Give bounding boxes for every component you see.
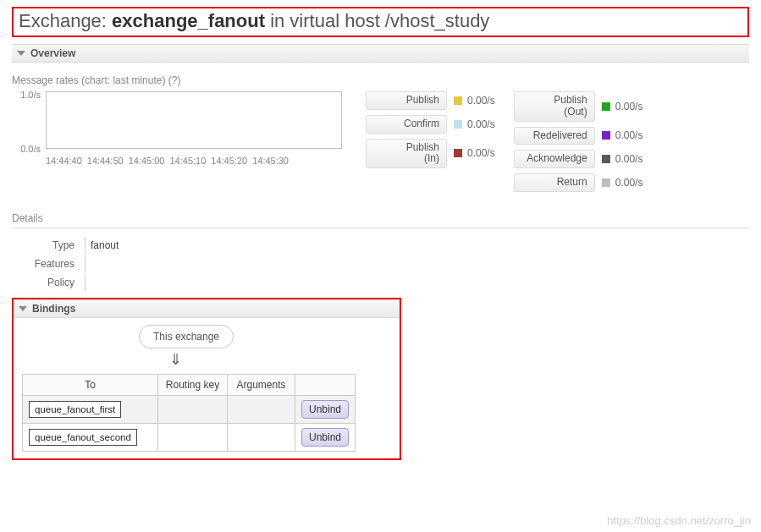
rate-value: 0.00/s bbox=[615, 153, 643, 165]
legend-swatch bbox=[602, 131, 610, 140]
legend-swatch bbox=[454, 96, 462, 105]
rate-value: 0.00/s bbox=[615, 129, 643, 141]
bindings-heading-text: Bindings bbox=[32, 303, 75, 315]
bindings-section: Bindings This exchange ⇓ To Routing key … bbox=[12, 298, 401, 460]
queue-link[interactable]: queue_fanout_second bbox=[29, 429, 137, 446]
rate-column-left: Publish 0.00/s Confirm 0.00/s Publish (I… bbox=[366, 91, 495, 192]
arrow-down-icon: ⇓ bbox=[169, 348, 393, 374]
rate-value: 0.00/s bbox=[615, 177, 643, 189]
legend-swatch bbox=[602, 155, 610, 163]
details-row-policy: Policy bbox=[17, 274, 254, 291]
title-name: exchange_fanout bbox=[112, 10, 265, 31]
details-label: Features bbox=[17, 255, 83, 272]
rate-value: 0.00/s bbox=[467, 118, 495, 130]
rate-label: Confirm bbox=[366, 115, 447, 134]
rate-item-publish-in: Publish (In) 0.00/s bbox=[366, 139, 495, 169]
rate-item-publish: Publish 0.00/s bbox=[366, 91, 495, 110]
message-rates-chart: 1.0/s 0.0/s 14:44:40 14:44:50 14:45:00 1… bbox=[12, 91, 342, 166]
details-label: Policy bbox=[17, 274, 83, 291]
title-suffix: in virtual host /vhost_study bbox=[265, 10, 489, 31]
details-label: Type bbox=[17, 237, 83, 254]
rate-value: 0.00/s bbox=[467, 95, 495, 107]
chart-x-tick: 14:44:50 bbox=[87, 156, 124, 166]
bindings-header[interactable]: Bindings bbox=[14, 299, 400, 318]
rate-value: 0.00/s bbox=[467, 147, 495, 159]
title-prefix: Exchange: bbox=[19, 10, 112, 31]
details-row-features: Features bbox=[17, 255, 254, 272]
message-rates-heading-text: Message rates (chart: last minute) (?) bbox=[12, 74, 180, 86]
rate-column-right: Publish (Out) 0.00/s Redelivered 0.00/s … bbox=[514, 91, 643, 192]
details-row-type: Type fanout bbox=[17, 237, 254, 254]
legend-swatch bbox=[602, 178, 610, 187]
legend-swatch bbox=[454, 149, 462, 157]
chart-plot-area bbox=[46, 91, 342, 149]
rate-item-acknowledge: Acknowledge 0.00/s bbox=[514, 150, 643, 168]
bindings-col-action bbox=[295, 374, 356, 395]
details-table: Type fanout Features Policy bbox=[15, 235, 256, 293]
queue-link[interactable]: queue_fanout_first bbox=[29, 401, 121, 418]
legend-swatch bbox=[602, 102, 610, 111]
chart-y-tick-top: 1.0/s bbox=[20, 90, 41, 100]
chart-x-tick: 14:44:40 bbox=[46, 156, 82, 166]
bindings-cell-routing-key bbox=[158, 423, 228, 451]
overview-heading-text: Overview bbox=[30, 47, 75, 59]
rate-item-return: Return 0.00/s bbox=[514, 173, 643, 192]
unbind-button[interactable]: Unbind bbox=[301, 428, 349, 447]
bindings-col-to: To bbox=[23, 374, 158, 395]
chart-x-tick: 14:45:00 bbox=[129, 156, 165, 166]
rate-item-publish-out: Publish (Out) 0.00/s bbox=[514, 91, 643, 122]
details-heading: Details bbox=[12, 211, 749, 228]
chart-x-tick: 14:45:20 bbox=[211, 156, 247, 166]
chart-y-tick-bottom: 0.0/s bbox=[20, 144, 41, 154]
bindings-header-row: To Routing key Arguments bbox=[23, 374, 356, 395]
overview-header[interactable]: Overview bbox=[12, 44, 749, 63]
page-title-wrap: Exchange: exchange_fanout in virtual hos… bbox=[12, 7, 749, 37]
details-value bbox=[85, 255, 254, 272]
chart-x-tick: 14:45:30 bbox=[252, 156, 289, 166]
rate-label: Publish (In) bbox=[366, 139, 447, 169]
message-rates-heading: Message rates (chart: last minute) (?) bbox=[12, 74, 749, 86]
chart-x-tick: 14:45:10 bbox=[169, 156, 206, 166]
bindings-cell-arguments bbox=[228, 395, 295, 423]
legend-swatch bbox=[454, 120, 462, 129]
bindings-cell-arguments bbox=[228, 423, 295, 451]
rate-value: 0.00/s bbox=[615, 101, 643, 112]
bindings-table: To Routing key Arguments queue_fanout_fi… bbox=[22, 374, 356, 452]
bindings-row: queue_fanout_second Unbind bbox=[23, 423, 356, 451]
bindings-cell-routing-key bbox=[158, 395, 228, 423]
details-value bbox=[85, 274, 254, 291]
rate-item-confirm: Confirm 0.00/s bbox=[366, 115, 495, 134]
rate-item-redelivered: Redelivered 0.00/s bbox=[514, 127, 643, 145]
rate-label: Return bbox=[514, 173, 595, 192]
this-exchange-pill: This exchange bbox=[139, 325, 234, 348]
rate-label: Publish (Out) bbox=[514, 91, 595, 122]
page-title: Exchange: exchange_fanout in virtual hos… bbox=[19, 10, 742, 32]
rate-label: Publish bbox=[366, 91, 447, 110]
bindings-col-routing-key: Routing key bbox=[158, 374, 228, 395]
bindings-row: queue_fanout_first Unbind bbox=[23, 395, 356, 423]
bindings-col-arguments: Arguments bbox=[228, 374, 295, 395]
chevron-down-icon bbox=[19, 306, 27, 311]
chevron-down-icon bbox=[17, 51, 25, 56]
rate-label: Acknowledge bbox=[514, 150, 595, 168]
unbind-button[interactable]: Unbind bbox=[301, 400, 349, 419]
rate-label: Redelivered bbox=[514, 127, 595, 145]
chart-x-ticks: 14:44:40 14:44:50 14:45:00 14:45:10 14:4… bbox=[46, 156, 342, 166]
details-value: fanout bbox=[85, 237, 254, 254]
